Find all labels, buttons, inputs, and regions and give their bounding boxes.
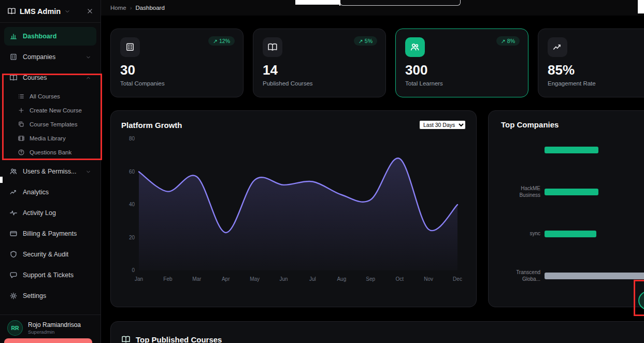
dashboard-content: ↗ 12% 30 Total Companies ↗ 5% 14 Publish… [101,16,644,343]
platform-growth-chart: JanFebMarAprMayJunJulAugSepOctNovDec0204… [121,134,466,285]
svg-text:Mar: Mar [192,276,202,282]
plus-icon [18,107,25,114]
trending-up-icon [9,188,18,196]
chevron-down-icon[interactable] [64,8,70,15]
breadcrumb-separator: › [130,5,132,11]
stat-label: Engagement Rate [548,80,644,87]
main-area: Home › Dashboard ↗ 12% 30 Total Companie… [101,0,644,343]
gear-icon [9,292,18,300]
courses-submenu: All Courses Create New Course Course Tem… [4,89,96,159]
breadcrumb-home[interactable]: Home [110,5,126,11]
sidebar-item-support-tickets[interactable]: Support & Tickets [4,266,96,284]
sidebar-item-dashboard[interactable]: Dashboard [4,27,96,46]
stat-value: 30 [120,62,234,78]
chevron-down-icon [85,169,91,175]
sidebar-item-label: Support & Tickets [23,271,74,279]
company-label: HackME Business [501,185,540,198]
platform-growth-card: Platform Growth Last 30 Days JanFebMarAp… [110,110,477,307]
submenu-item-label: Questions Bank [30,149,71,155]
chevron-up-icon [85,75,91,81]
sidebar-item-label: Billing & Payments [23,230,77,237]
stat-label: Published Courses [263,80,376,87]
trending-up-icon [548,37,567,57]
sidebar-item-security-audit[interactable]: Security & Audit [4,245,96,264]
sidebar-item-label: Security & Audit [23,251,68,258]
platform-growth-title: Platform Growth [121,121,182,130]
stat-label: Total Companies [120,80,234,87]
left-edge-tick-artifact [0,177,3,183]
company-bar [545,147,598,153]
company-bar [545,231,596,237]
sidebar-item-activity-log[interactable]: Activity Log [4,204,96,222]
submenu-item-questions-bank[interactable]: Questions Bank [4,145,96,159]
sidebar-item-users-permissions[interactable]: Users & Permiss... [4,162,96,181]
user-role: Superadmin [28,329,81,335]
svg-text:Jan: Jan [135,276,143,282]
sidebar-item-label: Analytics [23,189,49,196]
shield-icon [9,250,18,259]
film-icon [18,135,25,142]
stats-row: ↗ 12% 30 Total Companies ↗ 5% 14 Publish… [110,28,635,97]
svg-text:40: 40 [129,202,135,207]
company-bar [545,189,598,195]
users-icon [9,167,18,176]
top-companies-title: Top Companies [501,120,644,129]
svg-text:Aug: Aug [337,276,346,282]
submenu-item-media-library[interactable]: Media Library [4,131,96,145]
sidebar-item-settings[interactable]: Settings [4,287,96,305]
svg-text:Jun: Jun [279,276,288,282]
stat-value: 300 [405,62,519,78]
submenu-item-all-courses[interactable]: All Courses [4,89,96,103]
svg-text:20: 20 [129,235,135,240]
book-icon [121,335,131,343]
text-caret-artifact [339,0,340,6]
svg-text:Feb: Feb [163,276,173,282]
building-icon [120,37,140,57]
users-icon [405,37,425,57]
company-label: sync [501,231,540,237]
company-bar [545,273,644,279]
chevron-down-icon [85,54,91,60]
close-icon[interactable] [87,8,93,15]
top-companies-rows: HackME Business sync Transcend Globa... [501,147,644,282]
building-icon [9,53,18,61]
bar-chart-icon [9,32,18,40]
stat-card-published-courses[interactable]: ↗ 5% 14 Published Courses [253,28,386,97]
book-icon [263,37,282,57]
book-icon [9,74,18,82]
svg-text:60: 60 [129,169,135,175]
submenu-item-course-templates[interactable]: Course Templates [4,117,96,131]
time-range-select[interactable]: Last 30 Days [419,120,466,130]
sidebar-item-companies[interactable]: Companies [4,48,96,66]
sidebar-item-courses[interactable]: Courses [4,68,96,87]
company-row[interactable]: sync [501,231,644,237]
list-icon [18,93,25,100]
stat-badge: ↗ 12% [208,36,235,46]
sidebar-item-analytics[interactable]: Analytics [4,183,96,202]
sidebar-item-label: Courses [23,74,47,81]
bottom-pink-bar-artifact [4,338,92,343]
company-row[interactable]: Transcend Globa... [501,269,644,282]
stat-card-total-learners[interactable]: ↗ 8% 300 Total Learners [395,28,528,97]
top-published-courses-title: Top Published Courses [136,335,222,343]
stat-card-engagement-rate[interactable]: 85% Engagement Rate [538,28,644,97]
submenu-item-label: Create New Course [30,107,82,113]
svg-text:Sep: Sep [366,276,375,282]
top-published-courses-card: Top Published Courses View All [110,321,644,343]
top-companies-card: Top Companies HackME Business sync [488,110,644,307]
sidebar-header: LMS Admin [0,0,101,23]
svg-text:0: 0 [132,267,135,273]
svg-text:Nov: Nov [424,276,433,282]
copy-icon [18,121,25,128]
stat-card-total-companies[interactable]: ↗ 12% 30 Total Companies [110,28,244,97]
company-row[interactable] [501,147,644,153]
credit-card-icon [9,230,18,238]
company-row[interactable]: HackME Business [501,185,644,198]
app-root: LMS Admin Dashboard Companies Courses [0,0,644,343]
breadcrumb-current: Dashboard [136,5,165,11]
company-label: Transcend Globa... [501,269,540,282]
svg-text:Oct: Oct [395,276,404,282]
sidebar-item-billing-payments[interactable]: Billing & Payments [4,224,96,243]
avatar: RR [7,320,23,336]
submenu-item-create-new-course[interactable]: Create New Course [4,103,96,117]
